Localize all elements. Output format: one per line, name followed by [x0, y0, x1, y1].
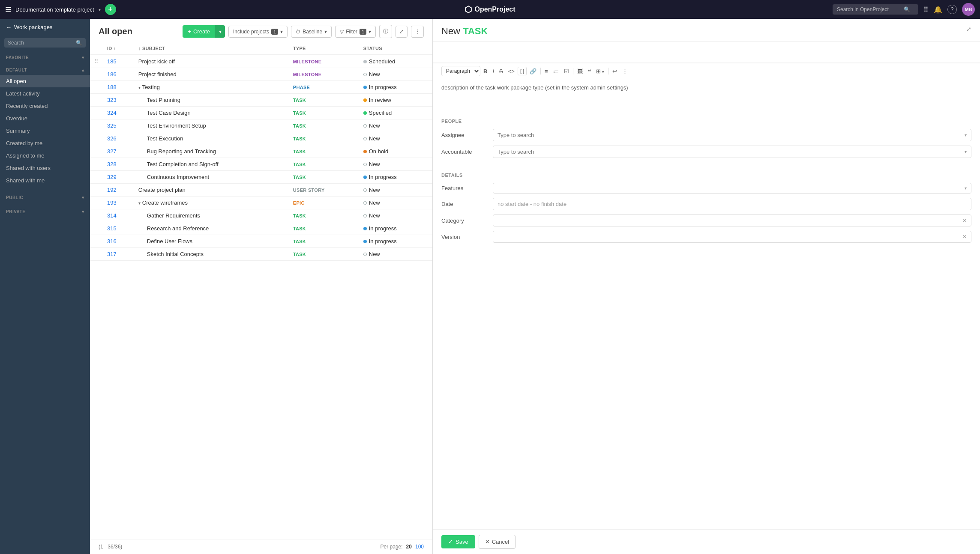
default-section-header[interactable]: DEFAULT ▴: [6, 66, 84, 74]
features-input[interactable]: ▾: [493, 183, 971, 194]
row-id[interactable]: 325: [103, 119, 134, 132]
row-id[interactable]: 185: [103, 55, 134, 68]
blockquote-button[interactable]: ❝: [586, 67, 593, 76]
drag-handle[interactable]: [90, 171, 103, 184]
drag-handle[interactable]: [90, 94, 103, 107]
create-dropdown-button[interactable]: ▾: [215, 25, 225, 38]
baseline-button[interactable]: ⏱ Baseline ▾: [291, 26, 332, 38]
bullet-list-button[interactable]: ≡: [542, 67, 550, 76]
sidebar-search-inner[interactable]: 🔍: [4, 38, 86, 48]
more-editor-button[interactable]: ⋮: [620, 67, 630, 76]
global-search-bar[interactable]: 🔍: [833, 4, 918, 15]
link-button[interactable]: 🔗: [527, 67, 539, 76]
add-project-button[interactable]: +: [105, 4, 116, 15]
drag-handle[interactable]: [90, 235, 103, 248]
row-id[interactable]: 323: [103, 94, 134, 107]
create-button[interactable]: + Create: [183, 25, 215, 38]
cancel-button[interactable]: ✕ Cancel: [479, 535, 515, 549]
accountable-field[interactable]: [497, 149, 965, 155]
col-subject[interactable]: ↕ SUBJECT: [134, 42, 289, 55]
ordered-list-button[interactable]: ≔: [551, 67, 561, 76]
include-projects-button[interactable]: Include projects 1 ▾: [228, 26, 288, 38]
sidebar-item-overdue[interactable]: Overdue: [0, 112, 90, 125]
row-id[interactable]: 192: [103, 184, 134, 197]
drag-handle[interactable]: [90, 209, 103, 222]
col-id[interactable]: ID ↑: [103, 42, 134, 55]
italic-button[interactable]: I: [490, 67, 496, 76]
per-page-20[interactable]: 20: [406, 544, 412, 550]
version-clear-icon[interactable]: ✕: [962, 234, 967, 240]
drag-handle[interactable]: [90, 197, 103, 209]
table-button[interactable]: ⊞ ▾: [594, 67, 607, 76]
user-avatar[interactable]: MB: [962, 3, 975, 16]
col-type[interactable]: TYPE: [289, 42, 359, 55]
row-id[interactable]: 193: [103, 197, 134, 209]
row-id[interactable]: 317: [103, 248, 134, 261]
undo-button[interactable]: ↩: [610, 67, 619, 76]
hamburger-menu-icon[interactable]: ☰: [5, 6, 11, 14]
drag-handle[interactable]: [90, 132, 103, 145]
row-id[interactable]: 188: [103, 81, 134, 94]
info-button[interactable]: ⓘ: [379, 25, 392, 38]
accountable-input[interactable]: ▾: [493, 146, 971, 158]
drag-handle[interactable]: [90, 248, 103, 261]
row-id[interactable]: 328: [103, 158, 134, 171]
favorite-section-header[interactable]: FAVORITE ▾: [6, 54, 84, 62]
sidebar-item-recently-created[interactable]: Recently created: [0, 100, 90, 112]
fullscreen-button[interactable]: ⤢: [396, 26, 408, 38]
image-button[interactable]: 🖼: [575, 67, 585, 76]
drag-handle[interactable]: [90, 222, 103, 235]
sidebar-item-shared-with-users[interactable]: Shared with users: [0, 162, 90, 174]
public-section-header[interactable]: PUBLIC ▾: [6, 194, 84, 202]
sidebar-item-summary[interactable]: Summary: [0, 125, 90, 137]
code-button[interactable]: <>: [506, 67, 517, 76]
row-id[interactable]: 329: [103, 171, 134, 184]
drag-handle[interactable]: [90, 81, 103, 94]
assignee-field[interactable]: [497, 132, 965, 138]
grid-icon[interactable]: ⠿: [923, 6, 929, 14]
detail-description-area[interactable]: [433, 42, 980, 63]
project-dropdown-icon[interactable]: ▾: [99, 7, 101, 12]
row-id[interactable]: 316: [103, 235, 134, 248]
sidebar-item-all-open[interactable]: All open: [0, 75, 90, 87]
paragraph-select[interactable]: Paragraph: [441, 66, 480, 76]
drag-handle[interactable]: [90, 145, 103, 158]
sidebar-item-created-by-me[interactable]: Created by me: [0, 137, 90, 149]
per-page-100[interactable]: 100: [415, 544, 424, 550]
strikethrough-button[interactable]: S: [497, 67, 505, 76]
checklist-button[interactable]: ☑: [562, 67, 571, 76]
sidebar-back-button[interactable]: ← Work packages: [0, 19, 90, 36]
drag-handle[interactable]: [90, 119, 103, 132]
notifications-icon[interactable]: 🔔: [934, 6, 942, 14]
row-id[interactable]: 186: [103, 68, 134, 81]
version-input[interactable]: ✕: [493, 231, 971, 243]
drag-handle[interactable]: ⠿: [90, 55, 103, 68]
category-clear-icon[interactable]: ✕: [962, 217, 967, 223]
expand-icon[interactable]: ⤢: [966, 26, 971, 33]
col-status[interactable]: STATUS: [359, 42, 432, 55]
bold-button[interactable]: B: [481, 67, 489, 76]
private-section-header[interactable]: PRIVATE ▾: [6, 208, 84, 216]
more-options-button[interactable]: ⋮: [411, 26, 424, 38]
sidebar-item-latest-activity[interactable]: Latest activity: [0, 87, 90, 100]
project-name[interactable]: Documentation template project: [15, 6, 94, 13]
drag-handle[interactable]: [90, 68, 103, 81]
assignee-input[interactable]: ▾: [493, 129, 971, 141]
row-id[interactable]: 326: [103, 132, 134, 145]
row-id[interactable]: 324: [103, 107, 134, 119]
sidebar-search-input[interactable]: [8, 40, 76, 46]
global-search-input[interactable]: [837, 6, 901, 12]
description-text[interactable]: description of the task work package typ…: [433, 79, 980, 113]
drag-handle[interactable]: [90, 158, 103, 171]
category-input[interactable]: ✕: [493, 214, 971, 226]
inline-code-button[interactable]: [ ]: [518, 67, 527, 75]
row-id[interactable]: 314: [103, 209, 134, 222]
filter-button[interactable]: ▽ Filter 1 ▾: [335, 26, 376, 38]
sidebar-item-assigned-to-me[interactable]: Assigned to me: [0, 149, 90, 162]
row-id[interactable]: 315: [103, 222, 134, 235]
drag-handle[interactable]: [90, 107, 103, 119]
save-button[interactable]: ✓ Save: [441, 535, 475, 548]
date-input[interactable]: no start date - no finish date: [493, 198, 971, 210]
drag-handle[interactable]: [90, 184, 103, 197]
sidebar-item-shared-with-me[interactable]: Shared with me: [0, 174, 90, 187]
